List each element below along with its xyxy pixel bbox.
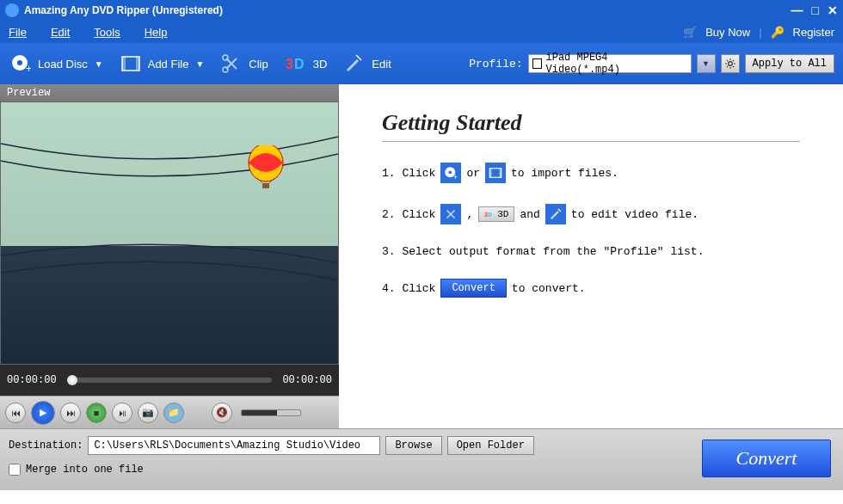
add-file-label: Add File (148, 58, 189, 71)
svg-text:+: + (26, 63, 31, 74)
svg-text:3: 3 (286, 57, 293, 71)
seek-bar[interactable] (67, 378, 273, 383)
clip-label: Clip (249, 58, 268, 71)
profile-select[interactable]: iPad MPEG4 Video(*.mp4) (528, 54, 692, 73)
play-button[interactable]: ▶ (31, 401, 55, 425)
maximize-button[interactable]: □ (812, 3, 819, 17)
svg-point-10 (728, 62, 732, 66)
scissors-icon (219, 52, 243, 76)
svg-text:+: + (453, 174, 458, 181)
edit-button[interactable]: Edit (342, 52, 391, 76)
svg-point-7 (223, 67, 228, 72)
mini-convert-button: Convert (440, 279, 506, 298)
svg-text:3: 3 (484, 212, 488, 218)
step1-text-b: to import files. (511, 167, 618, 180)
mini-3d-button: 3D3D (478, 206, 514, 222)
svg-rect-21 (500, 169, 501, 178)
menu-help[interactable]: Help (145, 26, 168, 39)
power-lines (1, 126, 338, 298)
mini-disc-icon: + (440, 163, 461, 183)
step1-or: or (466, 167, 480, 180)
apply-to-all-button[interactable]: Apply to All (745, 54, 834, 73)
seek-handle[interactable] (67, 375, 77, 385)
mini-scissors-icon (440, 204, 461, 224)
step2-text-a: 2. Click (382, 208, 435, 221)
separator: | (759, 26, 761, 39)
volume-slider[interactable] (241, 409, 301, 416)
step-2: 2. Click , 3D3D and to edit video file. (382, 204, 800, 224)
step3-text: 3. Select output format from the "Profil… (382, 245, 704, 258)
browse-button[interactable]: Browse (385, 436, 441, 455)
step2-text-b: to edit video file. (571, 208, 698, 221)
clip-button[interactable]: Clip (219, 52, 268, 76)
edit-label: Edit (372, 58, 391, 71)
add-file-button[interactable]: Add File ▼ (119, 52, 205, 76)
toolbar: + Load Disc ▼ Add File ▼ Clip 3D 3D Edit… (0, 43, 843, 84)
step-4: 4. Click Convert to convert. (382, 279, 800, 298)
mute-button[interactable]: 🔇 (212, 403, 232, 423)
svg-point-1 (17, 60, 22, 65)
profile-dropdown-button[interactable]: ▼ (697, 54, 716, 73)
prev-button[interactable]: ⏮ (5, 403, 26, 423)
balloon-image (245, 145, 286, 195)
destination-label: Destination: (9, 439, 83, 452)
preview-pane: Preview 00:00:00 00:00:00 ⏮ (0, 84, 339, 428)
menubar: File Edit Tools Help 🛒 Buy Now | 🔑 Regis… (0, 21, 843, 43)
mini-wand-icon (545, 204, 566, 224)
load-disc-button[interactable]: + Load Disc ▼ (9, 52, 103, 76)
svg-rect-20 (489, 169, 491, 178)
close-button[interactable]: ✕ (828, 3, 838, 17)
step-button[interactable]: ⏯ (112, 403, 132, 423)
svg-rect-4 (122, 57, 126, 71)
minimize-button[interactable]: — (791, 3, 803, 17)
step4-text-a: 4. Click (382, 282, 435, 295)
cart-icon: 🛒 (683, 26, 697, 39)
convert-button[interactable]: Convert (702, 439, 831, 477)
merge-checkbox[interactable] (9, 464, 21, 476)
svg-rect-5 (136, 57, 139, 71)
profile-label: Profile: (469, 58, 522, 71)
main-area: Preview 00:00:00 00:00:00 ⏮ (0, 84, 843, 428)
time-total: 00:00:00 (282, 374, 332, 386)
register-link[interactable]: Register (793, 26, 834, 39)
getting-started-title: Getting Started (382, 110, 800, 142)
snapshot-button[interactable]: 📷 (138, 403, 158, 423)
menu-edit[interactable]: Edit (51, 26, 70, 39)
step1-text-a: 1. Click (382, 167, 435, 180)
step2-comma: , (466, 208, 473, 221)
menu-file[interactable]: File (9, 26, 27, 39)
step-1: 1. Click + or to import files. (382, 163, 800, 183)
format-icon (532, 58, 543, 69)
mini-film-icon (485, 163, 506, 183)
settings-button[interactable] (721, 54, 740, 73)
svg-rect-13 (262, 183, 269, 188)
film-icon (119, 52, 143, 76)
svg-point-6 (223, 55, 228, 60)
step4-text-b: to convert. (512, 282, 586, 295)
titlebar: Amazing Any DVD Ripper (Unregistered) — … (0, 0, 843, 21)
next-button[interactable]: ⏭ (60, 403, 81, 423)
folder-button[interactable]: 📁 (163, 403, 184, 423)
gear-icon (724, 58, 736, 70)
buy-now-link[interactable]: Buy Now (705, 26, 750, 39)
wand-icon (342, 52, 366, 76)
preview-label: Preview (0, 84, 339, 101)
chevron-down-icon: ▼ (195, 59, 204, 69)
svg-point-17 (449, 170, 452, 174)
step2-and: and (520, 208, 539, 221)
destination-input[interactable] (88, 436, 380, 455)
svg-text:D: D (294, 57, 305, 71)
3d-icon: 3D (284, 52, 308, 76)
3d-button[interactable]: 3D 3D (284, 52, 328, 76)
3d-label: 3D (313, 58, 328, 71)
time-current: 00:00:00 (7, 374, 57, 386)
disc-icon: + (9, 52, 33, 76)
merge-label: Merge into one file (26, 464, 144, 476)
step-3: 3. Select output format from the "Profil… (382, 245, 800, 258)
stop-button[interactable]: ■ (86, 403, 107, 423)
svg-text:D: D (489, 212, 492, 218)
load-disc-label: Load Disc (38, 58, 88, 71)
open-folder-button[interactable]: Open Folder (447, 436, 534, 455)
menu-tools[interactable]: Tools (94, 26, 120, 39)
profile-value: iPad MPEG4 Video(*.mp4) (545, 52, 686, 76)
